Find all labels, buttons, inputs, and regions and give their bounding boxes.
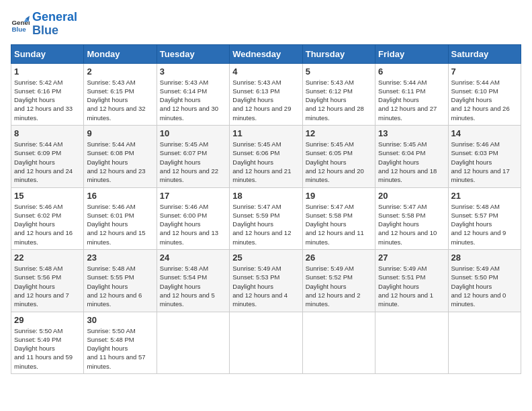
day-info: Sunrise: 5:47 AMSunset: 5:58 PMDaylight … xyxy=(306,202,372,246)
day-info: Sunrise: 5:44 AMSunset: 6:09 PMDaylight … xyxy=(14,140,81,184)
logo: General Blue General Blue xyxy=(11,11,77,38)
calendar-cell: 8 Sunrise: 5:44 AMSunset: 6:09 PMDayligh… xyxy=(11,126,84,187)
day-info: Sunrise: 5:43 AMSunset: 6:12 PMDaylight … xyxy=(306,78,372,122)
day-number: 14 xyxy=(451,128,518,138)
day-info: Sunrise: 5:43 AMSunset: 6:14 PMDaylight … xyxy=(160,78,226,122)
day-info: Sunrise: 5:49 AMSunset: 5:53 PMDaylight … xyxy=(232,264,299,308)
calendar-cell: 17 Sunrise: 5:46 AMSunset: 6:00 PMDaylig… xyxy=(157,187,229,249)
day-number: 7 xyxy=(451,66,518,77)
day-number: 9 xyxy=(87,128,153,138)
day-info: Sunrise: 5:47 AMSunset: 5:58 PMDaylight … xyxy=(378,202,445,246)
day-number: 24 xyxy=(160,253,226,263)
calendar-cell: 11 Sunrise: 5:45 AMSunset: 6:06 PMDaylig… xyxy=(230,126,302,187)
calendar-cell: 14 Sunrise: 5:46 AMSunset: 6:03 PMDaylig… xyxy=(448,126,521,187)
day-info: Sunrise: 5:50 AMSunset: 5:48 PMDaylight … xyxy=(87,326,153,371)
calendar-cell xyxy=(448,312,521,373)
day-number: 2 xyxy=(87,66,153,77)
calendar-cell: 23 Sunrise: 5:48 AMSunset: 5:55 PMDaylig… xyxy=(84,250,157,312)
day-info: Sunrise: 5:46 AMSunset: 6:03 PMDaylight … xyxy=(451,140,518,184)
day-number: 19 xyxy=(306,191,372,201)
day-number: 5 xyxy=(306,66,372,77)
calendar-cell: 26 Sunrise: 5:49 AMSunset: 5:52 PMDaylig… xyxy=(302,250,375,312)
dow-header-wednesday: Wednesday xyxy=(230,44,302,63)
day-number: 17 xyxy=(160,191,226,201)
day-number: 1 xyxy=(14,66,81,77)
day-number: 3 xyxy=(160,66,226,77)
day-info: Sunrise: 5:46 AMSunset: 6:00 PMDaylight … xyxy=(160,202,226,246)
calendar-cell: 24 Sunrise: 5:48 AMSunset: 5:54 PMDaylig… xyxy=(157,250,229,312)
day-info: Sunrise: 5:42 AMSunset: 6:16 PMDaylight … xyxy=(14,78,81,122)
calendar-cell: 12 Sunrise: 5:45 AMSunset: 6:05 PMDaylig… xyxy=(302,126,375,187)
day-number: 8 xyxy=(14,128,81,138)
calendar-cell: 3 Sunrise: 5:43 AMSunset: 6:14 PMDayligh… xyxy=(157,63,229,125)
calendar-cell: 22 Sunrise: 5:48 AMSunset: 5:56 PMDaylig… xyxy=(11,250,84,312)
calendar-cell: 19 Sunrise: 5:47 AMSunset: 5:58 PMDaylig… xyxy=(302,187,375,249)
day-number: 30 xyxy=(87,315,153,325)
day-number: 20 xyxy=(378,191,445,201)
calendar-cell: 21 Sunrise: 5:48 AMSunset: 5:57 PMDaylig… xyxy=(448,187,521,249)
calendar-cell: 10 Sunrise: 5:45 AMSunset: 6:07 PMDaylig… xyxy=(157,126,229,187)
calendar-cell: 7 Sunrise: 5:44 AMSunset: 6:10 PMDayligh… xyxy=(448,63,521,125)
calendar-week-2: 15 Sunrise: 5:46 AMSunset: 6:02 PMDaylig… xyxy=(11,187,521,249)
day-number: 27 xyxy=(378,253,445,263)
day-info: Sunrise: 5:46 AMSunset: 6:02 PMDaylight … xyxy=(14,202,81,246)
day-number: 18 xyxy=(232,191,299,201)
logo-icon: General Blue xyxy=(11,15,30,34)
page-header: General Blue General Blue xyxy=(11,11,521,38)
day-number: 21 xyxy=(451,191,518,201)
day-number: 22 xyxy=(14,253,81,263)
day-info: Sunrise: 5:45 AMSunset: 6:07 PMDaylight … xyxy=(160,140,226,184)
calendar-cell: 15 Sunrise: 5:46 AMSunset: 6:02 PMDaylig… xyxy=(11,187,84,249)
calendar-cell: 1 Sunrise: 5:42 AMSunset: 6:16 PMDayligh… xyxy=(11,63,84,125)
day-number: 10 xyxy=(160,128,226,138)
calendar-cell: 20 Sunrise: 5:47 AMSunset: 5:58 PMDaylig… xyxy=(375,187,448,249)
logo-subtext: Blue xyxy=(32,24,77,38)
calendar-cell: 28 Sunrise: 5:49 AMSunset: 5:50 PMDaylig… xyxy=(448,250,521,312)
day-number: 15 xyxy=(14,191,81,201)
day-info: Sunrise: 5:45 AMSunset: 6:04 PMDaylight … xyxy=(378,140,445,184)
logo-text: General xyxy=(32,11,77,24)
calendar-cell xyxy=(375,312,448,373)
day-info: Sunrise: 5:43 AMSunset: 6:15 PMDaylight … xyxy=(87,78,153,122)
day-info: Sunrise: 5:47 AMSunset: 5:59 PMDaylight … xyxy=(232,202,299,246)
calendar-cell: 25 Sunrise: 5:49 AMSunset: 5:53 PMDaylig… xyxy=(230,250,302,312)
calendar-week-0: 1 Sunrise: 5:42 AMSunset: 6:16 PMDayligh… xyxy=(11,63,521,125)
calendar-cell xyxy=(230,312,302,373)
day-info: Sunrise: 5:43 AMSunset: 6:13 PMDaylight … xyxy=(232,78,299,122)
calendar-cell: 27 Sunrise: 5:49 AMSunset: 5:51 PMDaylig… xyxy=(375,250,448,312)
day-info: Sunrise: 5:48 AMSunset: 5:55 PMDaylight … xyxy=(87,264,153,308)
calendar-cell: 29 Sunrise: 5:50 AMSunset: 5:49 PMDaylig… xyxy=(11,312,84,373)
day-info: Sunrise: 5:44 AMSunset: 6:11 PMDaylight … xyxy=(378,78,445,122)
dow-header-monday: Monday xyxy=(84,44,157,63)
calendar-cell: 6 Sunrise: 5:44 AMSunset: 6:11 PMDayligh… xyxy=(375,63,448,125)
day-info: Sunrise: 5:49 AMSunset: 5:50 PMDaylight … xyxy=(451,264,518,308)
calendar-cell: 2 Sunrise: 5:43 AMSunset: 6:15 PMDayligh… xyxy=(84,63,157,125)
day-number: 16 xyxy=(87,191,153,201)
svg-text:Blue: Blue xyxy=(11,26,26,33)
day-number: 11 xyxy=(232,128,299,138)
day-number: 23 xyxy=(87,253,153,263)
day-number: 13 xyxy=(378,128,445,138)
day-number: 12 xyxy=(306,128,372,138)
calendar-cell: 18 Sunrise: 5:47 AMSunset: 5:59 PMDaylig… xyxy=(230,187,302,249)
day-info: Sunrise: 5:50 AMSunset: 5:49 PMDaylight … xyxy=(14,326,81,371)
calendar-cell xyxy=(157,312,229,373)
calendar-cell xyxy=(302,312,375,373)
calendar-week-4: 29 Sunrise: 5:50 AMSunset: 5:49 PMDaylig… xyxy=(11,312,521,373)
days-of-week-header: SundayMondayTuesdayWednesdayThursdayFrid… xyxy=(11,44,521,63)
day-info: Sunrise: 5:44 AMSunset: 6:08 PMDaylight … xyxy=(87,140,153,184)
dow-header-sunday: Sunday xyxy=(11,44,84,63)
day-number: 28 xyxy=(451,253,518,263)
calendar-cell: 9 Sunrise: 5:44 AMSunset: 6:08 PMDayligh… xyxy=(84,126,157,187)
day-number: 29 xyxy=(14,315,81,325)
dow-header-saturday: Saturday xyxy=(448,44,521,63)
day-info: Sunrise: 5:44 AMSunset: 6:10 PMDaylight … xyxy=(451,78,518,122)
day-info: Sunrise: 5:48 AMSunset: 5:56 PMDaylight … xyxy=(14,264,81,308)
day-info: Sunrise: 5:48 AMSunset: 5:57 PMDaylight … xyxy=(451,202,518,246)
calendar-week-1: 8 Sunrise: 5:44 AMSunset: 6:09 PMDayligh… xyxy=(11,126,521,187)
day-number: 25 xyxy=(232,253,299,263)
dow-header-tuesday: Tuesday xyxy=(157,44,229,63)
day-info: Sunrise: 5:45 AMSunset: 6:05 PMDaylight … xyxy=(306,140,372,184)
day-number: 6 xyxy=(378,66,445,77)
calendar-week-3: 22 Sunrise: 5:48 AMSunset: 5:56 PMDaylig… xyxy=(11,250,521,312)
